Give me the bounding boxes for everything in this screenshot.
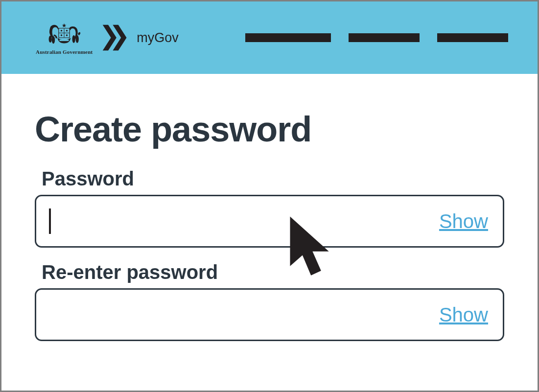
password-input-wrap[interactable]: Show <box>35 195 504 248</box>
svg-point-10 <box>61 34 62 36</box>
reenter-input-wrap[interactable]: Show <box>35 288 504 341</box>
coat-of-arms-icon <box>44 21 84 48</box>
svg-point-8 <box>61 29 62 31</box>
mygov-logo: myGov <box>101 23 179 52</box>
gov-label: Australian Government <box>36 49 93 55</box>
svg-point-9 <box>66 29 68 31</box>
svg-point-3 <box>76 35 79 43</box>
svg-point-1 <box>52 36 55 44</box>
reenter-label: Re-enter password <box>42 261 504 283</box>
show-password-link[interactable]: Show <box>439 210 488 232</box>
app-frame: Australian Government myGov Create passw… <box>0 0 539 392</box>
mygov-chevron-icon <box>101 23 130 52</box>
reenter-field-group: Re-enter password Show <box>35 261 504 341</box>
svg-marker-12 <box>62 23 67 27</box>
show-reenter-link[interactable]: Show <box>439 304 488 326</box>
password-label: Password <box>42 168 504 190</box>
nav-placeholder-2 <box>349 33 420 42</box>
australian-government-logo: Australian Government <box>36 21 93 55</box>
nav-placeholder-3 <box>437 33 508 42</box>
nav-placeholder-1 <box>245 33 331 42</box>
svg-point-11 <box>66 34 68 36</box>
text-caret <box>49 208 51 234</box>
svg-point-2 <box>72 35 75 43</box>
password-field-group: Password Show <box>35 168 504 248</box>
main-content: Create password Password Show Re-enter p… <box>1 74 538 341</box>
reenter-password-input[interactable] <box>47 290 439 340</box>
svg-point-0 <box>49 35 52 42</box>
header-left: Australian Government myGov <box>36 21 179 55</box>
svg-rect-13 <box>60 39 69 41</box>
svg-marker-14 <box>103 25 117 51</box>
password-input[interactable] <box>56 196 439 246</box>
page-title: Create password <box>35 109 504 149</box>
header-nav-placeholder <box>245 33 508 42</box>
site-header: Australian Government myGov <box>1 1 538 74</box>
mygov-text: myGov <box>137 30 179 46</box>
